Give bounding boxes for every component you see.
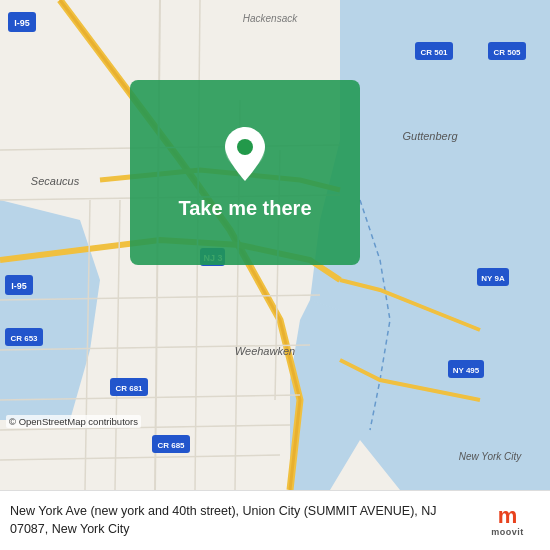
svg-text:Hackensack: Hackensack (243, 13, 298, 24)
svg-text:CR 653: CR 653 (10, 334, 38, 343)
svg-text:Guttenberg: Guttenberg (402, 130, 458, 142)
svg-text:CR 681: CR 681 (115, 384, 143, 393)
svg-text:I-95: I-95 (14, 18, 30, 28)
svg-text:I-95: I-95 (11, 281, 27, 291)
location-pin-icon (221, 125, 269, 185)
svg-text:New York City: New York City (459, 451, 523, 462)
moovit-brand-name: moovit (491, 527, 524, 537)
svg-text:CR 501: CR 501 (420, 48, 448, 57)
svg-text:CR 505: CR 505 (493, 48, 521, 57)
bottom-info-bar: New York Ave (new york and 40th street),… (0, 490, 550, 550)
moovit-logo: m moovit (475, 505, 540, 537)
moovit-letter: m (498, 505, 518, 527)
svg-text:NY 495: NY 495 (453, 366, 480, 375)
svg-text:Weehawken: Weehawken (235, 345, 295, 357)
map-view: I-95 I-95 NJ 3 CR 501 CR 505 CR 653 CR 6… (0, 0, 550, 490)
svg-text:Secaucus: Secaucus (31, 175, 80, 187)
address-text: New York Ave (new york and 40th street),… (10, 503, 440, 538)
svg-text:CR 685: CR 685 (157, 441, 185, 450)
svg-text:NY 9A: NY 9A (481, 274, 505, 283)
svg-point-44 (237, 139, 253, 155)
osm-attribution: © OpenStreetMap contributors (6, 415, 141, 428)
take-me-there-button[interactable]: Take me there (130, 80, 360, 265)
take-me-there-label: Take me there (178, 197, 311, 220)
